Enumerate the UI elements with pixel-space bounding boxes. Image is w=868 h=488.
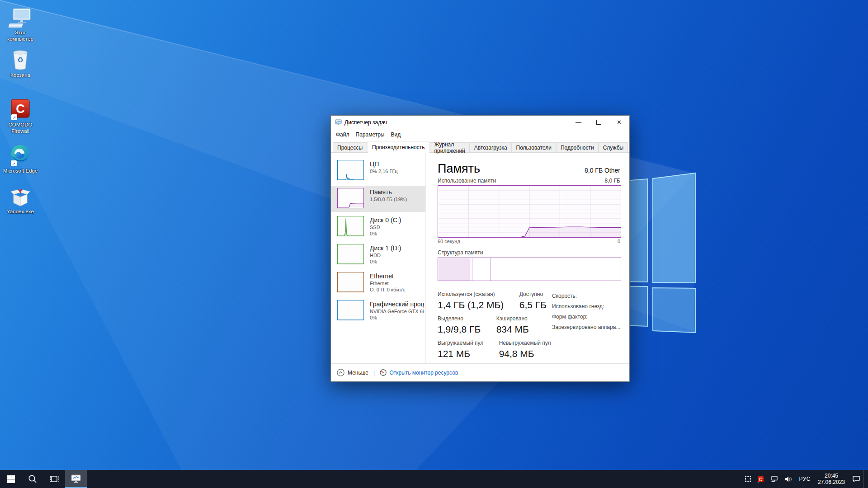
task-manager-app-icon xyxy=(335,119,342,126)
this-pc-icon xyxy=(9,8,32,28)
chevron-up-circle-icon xyxy=(337,369,344,376)
window-footer: Меньше | Открыть монитор ресурсов xyxy=(331,363,629,381)
yandex-installer-icon: Y xyxy=(10,186,31,207)
language-indicator[interactable]: РУС xyxy=(796,470,814,488)
taskbar-clock[interactable]: 20:45 27.06.2023 xyxy=(814,473,849,485)
menu-file[interactable]: Файл xyxy=(333,130,353,139)
disk0-mini-graph xyxy=(337,216,364,236)
stat-in-use: Используется (сжатая) 1,4 ГБ (1,2 МБ) xyxy=(438,291,504,310)
recycle-bin-icon: ♻ xyxy=(10,49,30,70)
window-titlebar[interactable]: Диспетчер задач — ✕ xyxy=(331,116,629,129)
desktop-icon-comodo[interactable]: C ↗ COMODO Firewall xyxy=(3,99,38,134)
memory-composition-segment-in-use xyxy=(438,258,470,281)
memory-composition-segment-free xyxy=(491,258,621,281)
gpu-mini-graph xyxy=(337,300,364,320)
memory-stats: Используется (сжатая) 1,4 ГБ (1,2 МБ) До… xyxy=(438,291,627,359)
tab-performance[interactable]: Производительность xyxy=(368,141,429,153)
sidebar-item-ethernet[interactable]: Ethernet Ethernet О: 0 П: 0 кбит/с xyxy=(331,270,425,296)
shortcut-arrow-icon: ↗ xyxy=(11,160,17,166)
tab-startup[interactable]: Автозагрузка xyxy=(470,142,512,152)
task-view-button[interactable] xyxy=(43,470,65,488)
stat-available: Доступно 6,5 ГБ xyxy=(519,291,547,310)
hw-slots-used: Использовано гнезд: xyxy=(552,301,629,312)
clock-time: 20:45 xyxy=(825,473,838,479)
hw-form-factor: Форм-фактор: xyxy=(552,312,629,322)
hw-reserved: Зарезервировано аппара... xyxy=(552,322,629,333)
svg-text:Y: Y xyxy=(18,187,23,195)
desktop-icon-label: Yandex.exe xyxy=(7,208,34,215)
task-manager-taskbar-icon xyxy=(71,474,81,484)
disk1-mini-graph xyxy=(337,244,364,264)
sidebar-item-disk1[interactable]: Диск 1 (D:) HDD 0% xyxy=(331,242,425,268)
clock-date: 27.06.2023 xyxy=(818,479,845,485)
volume-tray-icon[interactable] xyxy=(782,470,796,488)
task-view-icon xyxy=(50,475,59,483)
search-button[interactable] xyxy=(22,470,43,488)
task-manager-window: Диспетчер задач — ✕ Файл Параметры Вид П… xyxy=(330,115,630,382)
desktop-icon-recycle-bin[interactable]: ♻ Корзина xyxy=(3,49,38,78)
tab-app-history[interactable]: Журнал приложений xyxy=(430,142,470,152)
search-icon xyxy=(28,474,37,483)
usage-graph-max: 8,0 ГБ xyxy=(605,178,620,184)
windows-start-icon xyxy=(7,475,15,483)
memory-usage-graph xyxy=(438,185,621,238)
ethernet-mini-graph xyxy=(337,272,364,292)
menu-options[interactable]: Параметры xyxy=(353,130,388,139)
tab-strip: Процессы Производительность Журнал прило… xyxy=(331,140,629,153)
fewer-details-button[interactable]: Меньше xyxy=(337,369,368,376)
svg-text:C: C xyxy=(16,102,25,116)
minimize-button[interactable]: — xyxy=(568,116,589,129)
hidden-icons-grid-icon xyxy=(745,476,751,482)
hardware-info-column: Скорость: Использовано гнезд: Форм-факто… xyxy=(552,291,629,333)
cpu-mini-graph xyxy=(337,160,364,180)
performance-sidebar: ЦП 0% 2,16 ГГц Память 1,5/8,0 ГБ (19%) Д… xyxy=(331,153,426,363)
system-tray: C РУС 20:45 27.06.2023 xyxy=(742,470,868,488)
maximize-button[interactable] xyxy=(589,116,609,129)
shortcut-arrow-icon: ↗ xyxy=(11,114,17,120)
sidebar-item-memory[interactable]: Память 1,5/8,0 ГБ (19%) xyxy=(331,186,425,212)
tab-users[interactable]: Пользователи xyxy=(512,142,556,152)
stat-nonpaged-pool: Невыгружаемый пул 94,8 МБ xyxy=(499,340,551,359)
desktop-icon-this-pc[interactable]: Этот компьютер xyxy=(3,8,38,42)
desktop-icon-label: Корзина xyxy=(10,72,30,78)
menu-view[interactable]: Вид xyxy=(387,130,404,139)
memory-panel: Память 8,0 ГБ Other Использование памяти… xyxy=(426,153,629,363)
panel-title: Память xyxy=(438,162,480,175)
sidebar-item-gpu[interactable]: Графический процессор NVIDIA GeForce GTX… xyxy=(331,298,425,324)
desktop-icon-label: Microsoft Edge xyxy=(3,168,38,174)
hw-speed: Скорость: xyxy=(552,291,629,301)
memory-composition-bar xyxy=(438,258,621,281)
tab-details[interactable]: Подробности xyxy=(556,142,599,152)
sidebar-item-disk0[interactable]: Диск 0 (C:) SSD 0% xyxy=(331,214,425,240)
desktop-icon-yandex[interactable]: Y Yandex.exe xyxy=(3,186,38,215)
tab-services[interactable]: Службы xyxy=(599,142,628,152)
resource-monitor-icon xyxy=(380,369,387,376)
show-desktop-button[interactable] xyxy=(863,470,866,488)
stat-committed: Выделено 1,9/9,8 ГБ xyxy=(438,315,481,335)
network-tray-icon[interactable] xyxy=(767,470,782,488)
taskbar-task-manager-button[interactable] xyxy=(65,470,87,488)
taskbar: C РУС 20:45 27.06.2023 xyxy=(0,470,868,488)
usage-graph-label: Использование памяти xyxy=(438,178,496,184)
tab-processes[interactable]: Процессы xyxy=(333,142,367,152)
action-center-icon xyxy=(852,475,860,483)
memory-composition-segment-standby xyxy=(472,258,491,281)
axis-label-left: 60 секунд xyxy=(438,239,460,244)
window-title: Диспетчер задач xyxy=(344,119,568,126)
stat-cached: Кэшировано 834 МБ xyxy=(496,315,529,335)
composition-label: Структура памяти xyxy=(438,249,629,256)
close-button[interactable]: ✕ xyxy=(609,116,629,129)
stat-paged-pool: Выгружаемый пул 121 МБ xyxy=(438,340,483,359)
svg-text:C: C xyxy=(759,477,762,482)
memory-mini-graph xyxy=(337,188,364,208)
action-center-button[interactable] xyxy=(849,470,863,488)
menu-bar: Файл Параметры Вид xyxy=(331,129,629,140)
comodo-tray-icon[interactable]: C xyxy=(754,470,767,488)
sidebar-item-cpu[interactable]: ЦП 0% 2,16 ГГц xyxy=(331,158,425,184)
memory-capacity: 8,0 ГБ Other xyxy=(585,167,620,175)
axis-label-right: 0 xyxy=(618,239,620,244)
hidden-icons-button[interactable] xyxy=(742,470,754,488)
desktop-icon-edge[interactable]: ↗ Microsoft Edge xyxy=(3,144,38,174)
start-button[interactable] xyxy=(0,470,22,488)
open-resource-monitor-link[interactable]: Открыть монитор ресурсов xyxy=(380,369,458,376)
